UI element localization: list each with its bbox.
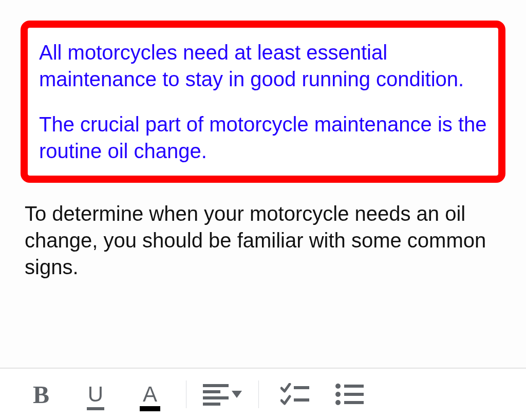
svg-point-11 [335, 400, 341, 405]
paragraph-align-button[interactable] [197, 374, 248, 415]
svg-rect-2 [203, 396, 229, 399]
bold-icon: B [33, 380, 49, 409]
highlighted-selection-box: All motorcycles need at least essential … [21, 21, 505, 183]
checklist-icon [280, 383, 309, 406]
paragraph-highlighted-2[interactable]: The crucial part of motorcycle maintenan… [39, 111, 487, 164]
text-color-icon: A [143, 384, 157, 405]
editor-content[interactable]: All motorcycles need at least essential … [0, 0, 526, 280]
svg-rect-6 [294, 398, 309, 402]
dropdown-caret-icon [232, 391, 242, 398]
svg-rect-8 [344, 385, 364, 388]
underline-icon: U [88, 384, 103, 405]
bulleted-list-icon [335, 383, 364, 406]
toolbar-divider [258, 380, 259, 408]
align-left-icon [203, 383, 229, 406]
svg-marker-4 [232, 391, 242, 398]
formatting-toolbar: B U A [0, 368, 526, 420]
text-color-button[interactable]: A [124, 374, 176, 415]
svg-rect-0 [203, 384, 229, 387]
svg-rect-1 [203, 390, 220, 393]
svg-rect-3 [203, 403, 220, 406]
svg-point-9 [335, 392, 341, 397]
underline-button[interactable]: U [70, 374, 121, 415]
checklist-button[interactable] [269, 374, 321, 415]
toolbar-divider [186, 380, 186, 408]
bulleted-list-button[interactable] [324, 374, 375, 415]
paragraph-body[interactable]: To determine when your motorcycle needs … [21, 200, 505, 280]
svg-rect-5 [294, 386, 309, 389]
paragraph-highlighted-1[interactable]: All motorcycles need at least essential … [39, 39, 487, 92]
svg-rect-12 [344, 401, 364, 404]
svg-point-7 [335, 384, 341, 389]
bold-button[interactable]: B [15, 374, 67, 415]
svg-rect-10 [344, 393, 364, 396]
